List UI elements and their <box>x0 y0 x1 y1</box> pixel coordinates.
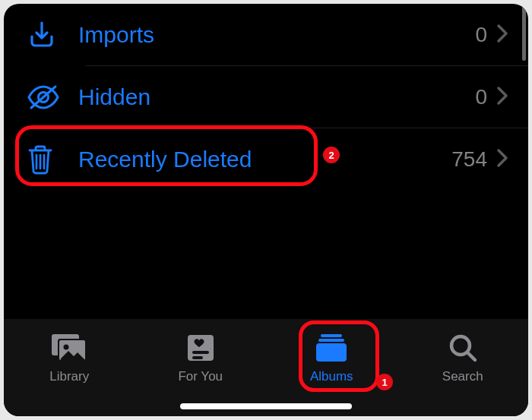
chevron-right-icon <box>496 148 508 171</box>
annotation-badge-2: 2 <box>323 147 340 163</box>
album-label: Recently Deleted <box>78 147 451 172</box>
for-you-icon <box>185 331 216 365</box>
svg-rect-7 <box>192 351 209 354</box>
albums-list: Imports 0 Hidden 0 <box>4 4 528 191</box>
tab-bar: Library For You Albums <box>4 319 528 416</box>
album-count: 754 <box>451 147 487 172</box>
tab-label: For You <box>178 369 223 384</box>
svg-point-5 <box>64 345 69 350</box>
svg-rect-8 <box>192 356 203 359</box>
trash-icon <box>24 144 78 175</box>
library-icon <box>50 331 88 365</box>
tab-search[interactable]: Search <box>406 331 520 384</box>
chevron-right-icon <box>496 24 508 46</box>
albums-icon <box>314 331 349 365</box>
tab-label: Search <box>442 369 483 384</box>
tab-label: Albums <box>310 369 353 384</box>
chevron-right-icon <box>496 86 508 109</box>
album-row-recently-deleted[interactable]: Recently Deleted 754 <box>4 128 528 191</box>
tab-label: Library <box>49 369 89 384</box>
photos-app-screen: Imports 0 Hidden 0 <box>4 4 528 416</box>
import-icon <box>24 20 78 50</box>
album-label: Hidden <box>78 84 475 110</box>
album-count: 0 <box>475 85 487 109</box>
album-count: 0 <box>475 23 487 47</box>
hidden-eye-icon <box>24 84 78 111</box>
svg-rect-11 <box>316 343 347 362</box>
album-row-hidden[interactable]: Hidden 0 <box>4 66 528 128</box>
tab-albums[interactable]: Albums <box>274 331 388 384</box>
annotation-badge-1: 1 <box>376 374 393 390</box>
album-label: Imports <box>78 22 475 48</box>
tab-for-you[interactable]: For You <box>144 331 258 384</box>
svg-rect-9 <box>321 334 342 337</box>
home-indicator[interactable] <box>180 403 352 409</box>
svg-line-13 <box>467 352 475 360</box>
album-row-imports[interactable]: Imports 0 <box>4 4 528 66</box>
tab-library[interactable]: Library <box>12 331 126 384</box>
svg-rect-10 <box>318 339 344 342</box>
search-icon <box>448 331 478 365</box>
